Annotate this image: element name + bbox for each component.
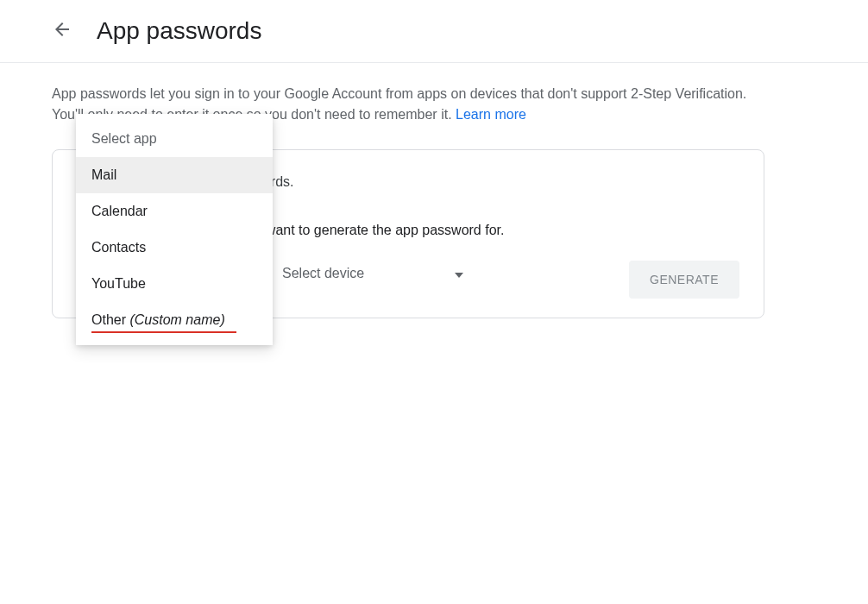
chevron-down-icon (455, 266, 463, 281)
dropdown-option-mail[interactable]: Mail (76, 157, 273, 193)
dropdown-option-contacts[interactable]: Contacts (76, 230, 273, 266)
select-device-label: Select device (282, 266, 364, 281)
dropdown-option-calendar[interactable]: Calendar (76, 193, 273, 230)
page-header: App passwords (0, 0, 868, 63)
select-app-dropdown-menu: Select app Mail Calendar Contacts YouTub… (76, 114, 273, 345)
select-device-dropdown[interactable]: Select device (282, 261, 463, 286)
page-title: App passwords (97, 17, 261, 45)
learn-more-link[interactable]: Learn more (456, 107, 526, 122)
dropdown-option-youtube[interactable]: YouTube (76, 266, 273, 302)
dropdown-option-other-prefix: Other (91, 312, 129, 327)
dropdown-option-placeholder[interactable]: Select app (76, 121, 273, 157)
back-arrow-icon[interactable] (52, 19, 72, 43)
dropdown-option-other-custom: (Custom name) (129, 312, 224, 327)
annotation-underline (91, 331, 236, 333)
generate-button[interactable]: GENERATE (629, 261, 739, 299)
